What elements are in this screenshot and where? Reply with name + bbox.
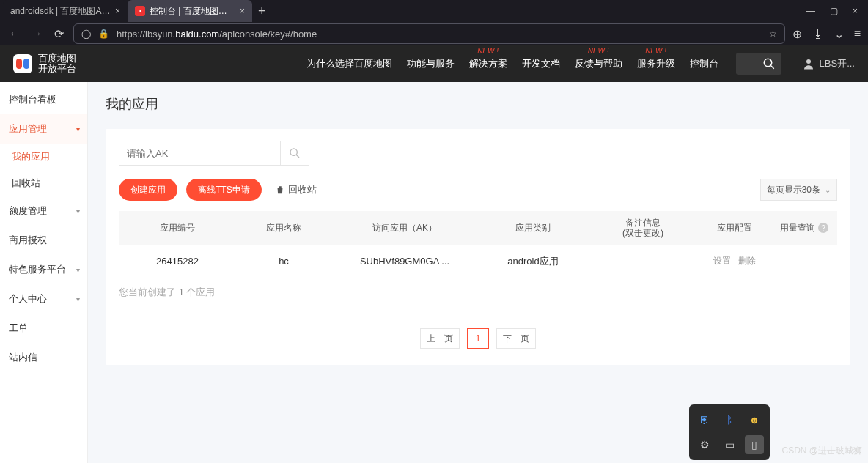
sidebar-sub-my-apps[interactable]: 我的应用 <box>0 144 87 170</box>
close-icon[interactable]: × <box>240 6 245 16</box>
nav-docs[interactable]: 开发文档 <box>522 57 560 70</box>
browser-right-icons: ⊕ ⭳ ⌄ ≡ <box>792 27 861 41</box>
window-controls: — ▢ × <box>806 6 868 16</box>
menu-icon[interactable]: ≡ <box>854 27 861 40</box>
svg-point-2 <box>806 59 811 64</box>
browser-tabs: androidsdk | 百度地图API SDK × ∘ 控制台 | 百度地图开… <box>0 0 868 22</box>
logo-icon <box>13 54 32 73</box>
search-icon <box>289 147 301 159</box>
minimize-icon[interactable]: — <box>806 6 815 16</box>
col-name: 应用名称 <box>236 222 331 234</box>
trash-icon <box>275 185 285 195</box>
logo[interactable]: 百度地图 开放平台 <box>13 53 76 73</box>
col-ak: 访问应用（AK） <box>331 222 478 234</box>
nav-solutions[interactable]: NEW !解决方案 <box>469 57 507 70</box>
shield-icon: ◯ <box>81 29 91 39</box>
new-badge: NEW ! <box>588 47 609 55</box>
user-menu[interactable]: LBS开... <box>802 57 855 70</box>
sidebar-item-inbox[interactable]: 站内信 <box>0 343 87 372</box>
prev-page-button[interactable]: 上一页 <box>420 328 460 349</box>
sidebar-item-app-mgmt[interactable]: 应用管理▾ <box>0 114 87 144</box>
cell-config: 设置 删除 <box>698 255 771 267</box>
ak-search-input[interactable] <box>119 141 280 166</box>
battery-icon[interactable]: ▭ <box>720 435 739 454</box>
search-icon <box>762 57 776 70</box>
chevron-down-icon[interactable]: ⌄ <box>834 27 844 41</box>
col-type: 应用类别 <box>478 222 588 234</box>
new-badge: NEW ! <box>645 47 666 55</box>
page-size-select[interactable]: 每页显示30条⌄ <box>760 179 837 201</box>
col-id: 应用编号 <box>119 222 236 234</box>
table-header: 应用编号 应用名称 访问应用（AK） 应用类别 备注信息(双击更改) 应用配置 … <box>119 211 837 245</box>
cell-type: android应用 <box>478 255 588 268</box>
browser-chrome: androidsdk | 百度地图API SDK × ∘ 控制台 | 百度地图开… <box>0 0 868 45</box>
system-tray: ⛨ ᛒ ☻ ⚙ ▭ ▯ <box>689 404 770 460</box>
new-tab-button[interactable]: + <box>258 4 266 18</box>
create-app-button[interactable]: 创建应用 <box>119 179 177 201</box>
browser-tab-2[interactable]: ∘ 控制台 | 百度地图开放平台 × <box>128 0 252 22</box>
sidebar-item-quota[interactable]: 额度管理▾ <box>0 196 87 226</box>
url-bar[interactable]: ◯ 🔒 https://lbsyun.baidu.com/apiconsole/… <box>73 23 785 44</box>
back-icon[interactable]: ← <box>7 27 22 40</box>
sidebar-item-dashboard[interactable]: 控制台看板 <box>0 85 87 114</box>
action-delete[interactable]: 删除 <box>738 256 756 266</box>
chevron-down-icon: ⌄ <box>825 186 831 194</box>
page-number[interactable]: 1 <box>467 328 489 349</box>
ak-search-button[interactable] <box>280 141 309 166</box>
tab-title: 控制台 | 百度地图开放平台 <box>150 5 235 18</box>
svg-line-1 <box>770 65 774 69</box>
trash-link[interactable]: 回收站 <box>275 183 317 196</box>
cell-id: 26415282 <box>119 256 236 267</box>
chevron-down-icon: ▾ <box>76 207 80 215</box>
lock-icon: 🔒 <box>98 29 109 39</box>
user-name: LBS开... <box>820 57 855 70</box>
reload-icon[interactable]: ⟳ <box>51 27 66 41</box>
bookmark-star-icon[interactable]: ☆ <box>769 29 777 39</box>
watermark: CSDN @进击玻城狮 <box>781 445 862 457</box>
page-title: 我的应用 <box>106 95 850 113</box>
summary-text: 您当前创建了 1 个应用 <box>119 286 837 299</box>
browser-tab-1[interactable]: androidsdk | 百度地图API SDK × <box>3 0 128 22</box>
bookmark-icon[interactable]: ▯ <box>745 435 764 454</box>
settings-icon[interactable]: ⚙ <box>695 435 714 454</box>
download-icon[interactable]: ⭳ <box>812 27 824 40</box>
help-icon[interactable]: ? <box>818 223 828 233</box>
nav-why[interactable]: 为什么选择百度地图 <box>306 57 392 70</box>
face-icon[interactable]: ☻ <box>745 410 764 429</box>
sidebar-item-tickets[interactable]: 工单 <box>0 314 87 343</box>
site-header: 百度地图 开放平台 为什么选择百度地图 功能与服务 NEW !解决方案 开发文档… <box>0 45 868 82</box>
pagination: 上一页 1 下一页 <box>119 328 837 349</box>
bluetooth-icon[interactable]: ᛒ <box>720 410 739 429</box>
svg-line-4 <box>296 155 299 158</box>
sidebar-sub-trash[interactable]: 回收站 <box>0 170 87 196</box>
maximize-icon[interactable]: ▢ <box>830 6 838 16</box>
nav-upgrade[interactable]: NEW !服务升级 <box>637 57 675 70</box>
nav-feedback[interactable]: NEW !反馈与帮助 <box>575 57 622 70</box>
col-config: 应用配置 <box>698 222 771 234</box>
close-icon[interactable]: × <box>115 6 120 16</box>
sidebar-item-auth[interactable]: 商用授权 <box>0 226 87 255</box>
offline-tts-button[interactable]: 离线TTS申请 <box>186 179 262 201</box>
new-badge: NEW ! <box>477 47 499 55</box>
sidebar-item-special[interactable]: 特色服务平台▾ <box>0 255 87 284</box>
cell-name: hc <box>236 256 331 267</box>
reader-icon[interactable]: ⊕ <box>792 27 802 41</box>
svg-point-0 <box>764 59 772 67</box>
shield-icon[interactable]: ⛨ <box>695 410 714 429</box>
chevron-down-icon: ▾ <box>76 295 80 303</box>
header-search[interactable] <box>736 53 781 75</box>
action-settings[interactable]: 设置 <box>713 256 731 266</box>
sidebar-item-personal[interactable]: 个人中心▾ <box>0 284 87 314</box>
forward-icon[interactable]: → <box>29 27 44 40</box>
panel: 创建应用 离线TTS申请 回收站 每页显示30条⌄ 应用编号 应用名称 访问应用… <box>106 129 850 365</box>
chevron-down-icon: ▾ <box>76 125 80 133</box>
search-row <box>119 141 837 166</box>
toolbar: 创建应用 离线TTS申请 回收站 每页显示30条⌄ <box>119 179 837 201</box>
close-window-icon[interactable]: × <box>853 6 858 16</box>
top-nav: 为什么选择百度地图 功能与服务 NEW !解决方案 开发文档 NEW !反馈与帮… <box>306 53 855 75</box>
svg-point-3 <box>290 149 297 155</box>
nav-features[interactable]: 功能与服务 <box>407 57 455 70</box>
next-page-button[interactable]: 下一页 <box>496 328 536 349</box>
nav-console[interactable]: 控制台 <box>690 57 718 70</box>
tab-title: androidsdk | 百度地图API SDK <box>10 5 111 18</box>
